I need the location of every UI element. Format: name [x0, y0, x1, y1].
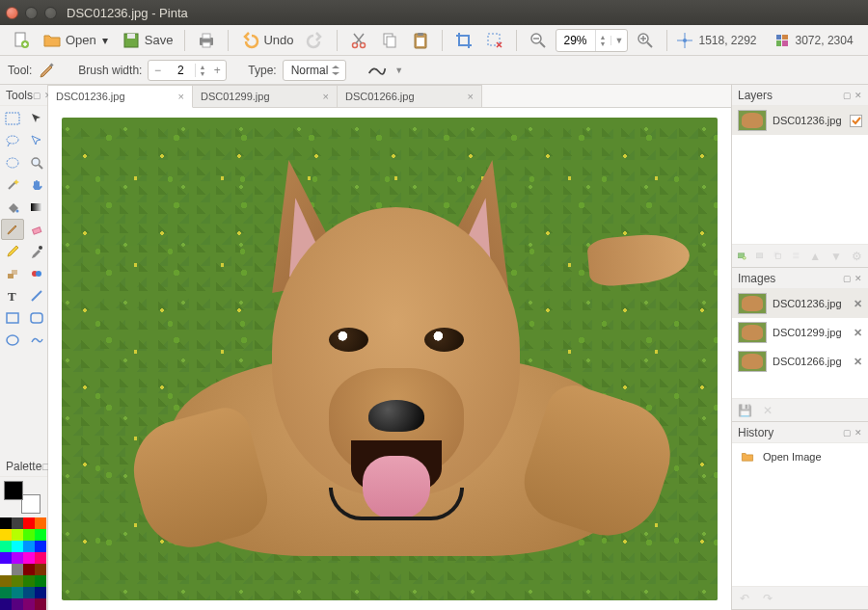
palette-color[interactable] [0, 529, 12, 541]
bucket-tool[interactable] [1, 197, 24, 218]
zoom-tool[interactable] [25, 152, 48, 173]
zoom-dropdown[interactable]: ▼ [610, 36, 628, 45]
undo-button[interactable]: Undo [236, 28, 297, 53]
palette-color[interactable] [23, 517, 35, 529]
zoom-input[interactable]: ▲▼▼ [556, 29, 629, 52]
palette-color[interactable] [12, 587, 23, 598]
paste-button[interactable] [407, 28, 434, 53]
window-maximize-button[interactable] [44, 7, 57, 19]
close-image-icon[interactable]: ✕ [761, 404, 774, 417]
palette-color[interactable] [23, 541, 35, 552]
layer-properties-icon[interactable]: ⚙ [852, 250, 862, 263]
gradient-tool[interactable] [25, 197, 48, 218]
zoom-out-button[interactable] [525, 28, 552, 53]
recolor-tool[interactable] [25, 263, 48, 284]
lasso-tool[interactable] [1, 130, 24, 151]
cut-button[interactable] [345, 28, 372, 53]
undock-icon[interactable]: ▢ [843, 274, 852, 283]
palette-color[interactable] [0, 587, 12, 598]
move-selection-tool[interactable] [25, 130, 48, 151]
palette-color[interactable] [23, 598, 35, 610]
window-minimize-button[interactable] [25, 7, 38, 19]
redo-button[interactable] [302, 28, 329, 53]
print-button[interactable] [193, 28, 220, 53]
window-close-button[interactable] [6, 7, 18, 19]
spinner-arrows[interactable]: ▲▼ [195, 64, 208, 77]
redo-history-icon[interactable]: ↷ [761, 592, 774, 605]
palette-color[interactable] [23, 587, 35, 598]
undock-icon[interactable]: ▢ [843, 428, 852, 438]
palette-color[interactable] [0, 552, 12, 564]
save-button[interactable]: Save [118, 28, 177, 53]
add-layer-icon[interactable] [738, 250, 746, 263]
clone-tool[interactable] [1, 263, 24, 284]
palette-color[interactable] [23, 575, 35, 587]
undock-icon[interactable]: ▢ [33, 91, 41, 100]
delete-layer-icon[interactable] [756, 250, 765, 263]
palette-color[interactable] [12, 552, 23, 564]
move-up-icon[interactable]: ▲ [809, 250, 821, 263]
canvas-image[interactable] [62, 118, 718, 600]
palette-color[interactable] [35, 587, 46, 598]
foreground-background-colors[interactable] [4, 481, 42, 514]
brush-type-select[interactable]: Normal [283, 60, 347, 81]
history-item[interactable]: Open Image [732, 443, 868, 470]
color-picker-tool[interactable] [25, 241, 48, 262]
image-item[interactable]: DSC01236.jpg✕ [732, 289, 868, 318]
image-item[interactable]: DSC01266.jpg✕ [732, 347, 868, 376]
close-tab-icon[interactable]: × [178, 91, 184, 102]
palette-color[interactable] [35, 575, 46, 587]
image-item[interactable]: DSC01299.jpg✕ [732, 318, 868, 347]
palette-color[interactable] [0, 564, 12, 575]
palette-color[interactable] [35, 517, 46, 529]
close-image-icon[interactable]: ✕ [854, 298, 862, 310]
move-down-icon[interactable]: ▼ [830, 250, 842, 263]
pencil-tool[interactable] [1, 241, 24, 262]
palette-color[interactable] [0, 598, 12, 610]
deselect-button[interactable] [481, 28, 508, 53]
ellipse-tool[interactable] [1, 330, 24, 351]
paintbrush-tool[interactable] [1, 219, 24, 240]
palette-color[interactable] [35, 564, 46, 575]
document-tab[interactable]: DSC01236.jpg× [48, 85, 193, 108]
rectangle-tool[interactable] [1, 307, 24, 329]
rect-select-tool[interactable] [1, 108, 24, 129]
open-button[interactable]: Open▾ [39, 28, 114, 53]
zoom-spinner[interactable]: ▲▼ [595, 30, 610, 51]
move-tool[interactable] [25, 108, 48, 129]
palette-color[interactable] [12, 529, 23, 541]
layer-visibility-checkbox[interactable] [850, 115, 862, 127]
line-tool[interactable] [25, 285, 48, 306]
palette-color[interactable] [12, 598, 23, 610]
chevron-down-icon[interactable]: ▼ [394, 66, 403, 75]
palette-color[interactable] [35, 598, 46, 610]
palette-color[interactable] [35, 541, 46, 552]
layer-item[interactable]: DSC01236.jpg [732, 106, 868, 135]
close-icon[interactable]: ✕ [854, 91, 862, 100]
palette-color[interactable] [12, 564, 23, 575]
undock-icon[interactable]: ▢ [843, 91, 852, 100]
close-tab-icon[interactable]: × [468, 91, 474, 102]
text-tool[interactable]: T [1, 285, 24, 306]
close-tab-icon[interactable]: × [323, 91, 329, 102]
brush-width-spinner[interactable]: − ▲▼ + [148, 60, 227, 81]
palette-color[interactable] [12, 541, 23, 552]
new-button[interactable] [8, 28, 35, 53]
eraser-tool[interactable] [25, 219, 48, 240]
close-icon[interactable]: ✕ [854, 428, 862, 438]
close-image-icon[interactable]: ✕ [854, 356, 862, 368]
document-tab[interactable]: DSC01266.jpg× [338, 85, 482, 107]
close-image-icon[interactable]: ✕ [854, 327, 862, 339]
crop-button[interactable] [450, 28, 477, 53]
close-icon[interactable]: ✕ [854, 274, 862, 283]
save-image-icon[interactable]: 💾 [738, 404, 751, 417]
decrease-button[interactable]: − [149, 64, 166, 77]
palette-color[interactable] [12, 575, 23, 587]
freeform-tool[interactable] [25, 330, 48, 351]
pan-tool[interactable] [25, 174, 48, 196]
canvas-area[interactable] [48, 108, 731, 610]
copy-button[interactable] [376, 28, 403, 53]
palette-color[interactable] [23, 529, 35, 541]
palette-color[interactable] [23, 564, 35, 575]
palette-color[interactable] [23, 552, 35, 564]
